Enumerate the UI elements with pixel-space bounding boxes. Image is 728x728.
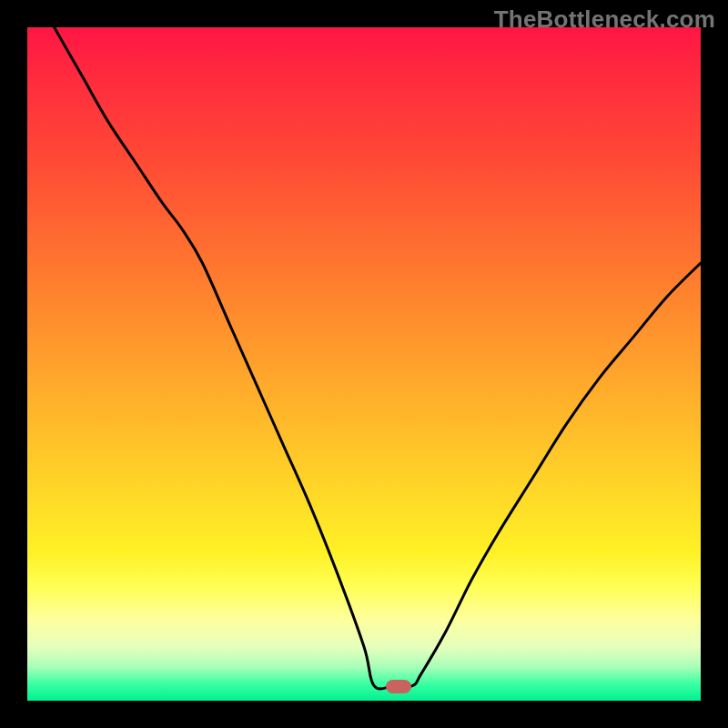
plot-area — [27, 27, 701, 701]
chart-frame: TheBottleneck.com — [0, 0, 728, 728]
optimal-point-marker — [386, 680, 411, 693]
bottleneck-curve — [27, 27, 701, 701]
